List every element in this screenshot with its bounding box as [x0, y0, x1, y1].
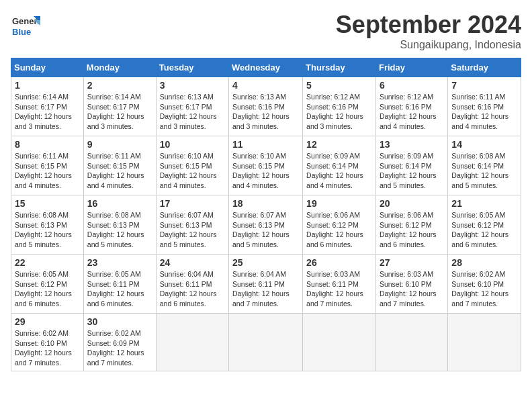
day-info: Sunrise: 6:12 AMSunset: 6:16 PMDaylight:… [380, 92, 444, 132]
calendar-cell: 14Sunrise: 6:08 AMSunset: 6:14 PMDayligh… [448, 136, 521, 195]
weekday-header-monday: Monday [83, 58, 156, 77]
day-number: 6 [380, 80, 444, 91]
calendar-cell: 9Sunrise: 6:11 AMSunset: 6:15 PMDaylight… [83, 136, 156, 195]
calendar-cell: 12Sunrise: 6:09 AMSunset: 6:14 PMDayligh… [303, 136, 376, 195]
day-info: Sunrise: 6:08 AMSunset: 6:14 PMDaylight:… [451, 151, 517, 191]
day-number: 1 [15, 80, 80, 91]
calendar-cell: 15Sunrise: 6:08 AMSunset: 6:13 PMDayligh… [11, 195, 84, 255]
calendar-cell: 5Sunrise: 6:12 AMSunset: 6:16 PMDaylight… [303, 77, 376, 136]
calendar-cell [448, 314, 521, 371]
calendar-cell: 3Sunrise: 6:13 AMSunset: 6:17 PMDaylight… [156, 77, 228, 136]
day-number: 18 [232, 198, 299, 209]
weekday-header-thursday: Thursday [303, 58, 376, 77]
day-number: 28 [451, 257, 517, 268]
day-info: Sunrise: 6:06 AMSunset: 6:12 PMDaylight:… [380, 210, 444, 250]
calendar-cell [156, 314, 228, 371]
day-number: 8 [15, 139, 80, 150]
calendar-cell [303, 314, 376, 371]
calendar-cell: 29Sunrise: 6:02 AMSunset: 6:10 PMDayligh… [11, 314, 84, 371]
day-number: 26 [306, 257, 372, 268]
calendar-cell: 19Sunrise: 6:06 AMSunset: 6:12 PMDayligh… [303, 195, 376, 255]
day-info: Sunrise: 6:13 AMSunset: 6:16 PMDaylight:… [232, 92, 299, 132]
page-header: General Blue September 2024 Sungaikupang… [11, 11, 521, 51]
svg-text:Blue: Blue [12, 27, 31, 37]
calendar-cell: 23Sunrise: 6:05 AMSunset: 6:11 PMDayligh… [83, 255, 156, 314]
calendar-week-row: 1Sunrise: 6:14 AMSunset: 6:17 PMDaylight… [11, 77, 521, 136]
day-info: Sunrise: 6:05 AMSunset: 6:12 PMDaylight:… [15, 269, 80, 309]
weekday-header-friday: Friday [375, 58, 447, 77]
day-number: 3 [160, 80, 225, 91]
day-number: 5 [306, 80, 372, 91]
day-number: 15 [15, 198, 80, 209]
day-number: 21 [451, 198, 517, 209]
day-number: 30 [87, 316, 152, 327]
calendar-cell: 18Sunrise: 6:07 AMSunset: 6:13 PMDayligh… [229, 195, 303, 255]
day-number: 24 [160, 257, 225, 268]
day-info: Sunrise: 6:02 AMSunset: 6:09 PMDaylight:… [87, 328, 152, 368]
day-number: 20 [380, 198, 444, 209]
day-number: 11 [232, 139, 299, 150]
day-info: Sunrise: 6:12 AMSunset: 6:16 PMDaylight:… [306, 92, 372, 132]
calendar-cell [375, 314, 447, 371]
day-number: 23 [87, 257, 152, 268]
calendar-cell: 2Sunrise: 6:14 AMSunset: 6:17 PMDaylight… [83, 77, 156, 136]
day-info: Sunrise: 6:03 AMSunset: 6:11 PMDaylight:… [306, 269, 372, 309]
calendar-cell: 26Sunrise: 6:03 AMSunset: 6:11 PMDayligh… [303, 255, 376, 314]
calendar-cell: 27Sunrise: 6:03 AMSunset: 6:10 PMDayligh… [375, 255, 447, 314]
day-number: 16 [87, 198, 152, 209]
day-number: 22 [15, 257, 80, 268]
calendar-cell: 1Sunrise: 6:14 AMSunset: 6:17 PMDaylight… [11, 77, 84, 136]
day-info: Sunrise: 6:11 AMSunset: 6:15 PMDaylight:… [15, 151, 80, 191]
calendar-cell: 20Sunrise: 6:06 AMSunset: 6:12 PMDayligh… [375, 195, 447, 255]
calendar-header-row: SundayMondayTuesdayWednesdayThursdayFrid… [11, 58, 521, 77]
day-info: Sunrise: 6:06 AMSunset: 6:12 PMDaylight:… [306, 210, 372, 250]
weekday-header-wednesday: Wednesday [229, 58, 303, 77]
day-info: Sunrise: 6:09 AMSunset: 6:14 PMDaylight:… [306, 151, 372, 191]
weekday-header-sunday: Sunday [11, 58, 84, 77]
calendar-cell: 6Sunrise: 6:12 AMSunset: 6:16 PMDaylight… [375, 77, 447, 136]
calendar-cell: 17Sunrise: 6:07 AMSunset: 6:13 PMDayligh… [156, 195, 228, 255]
day-info: Sunrise: 6:07 AMSunset: 6:13 PMDaylight:… [160, 210, 225, 250]
calendar-cell: 25Sunrise: 6:04 AMSunset: 6:11 PMDayligh… [229, 255, 303, 314]
day-info: Sunrise: 6:05 AMSunset: 6:11 PMDaylight:… [87, 269, 152, 309]
day-info: Sunrise: 6:08 AMSunset: 6:13 PMDaylight:… [15, 210, 80, 250]
day-info: Sunrise: 6:10 AMSunset: 6:15 PMDaylight:… [160, 151, 225, 191]
day-info: Sunrise: 6:04 AMSunset: 6:11 PMDaylight:… [232, 269, 299, 309]
calendar-cell: 10Sunrise: 6:10 AMSunset: 6:15 PMDayligh… [156, 136, 228, 195]
day-number: 19 [306, 198, 372, 209]
logo-icon: General Blue [11, 11, 40, 40]
month-title: September 2024 [336, 11, 521, 39]
weekday-header-saturday: Saturday [448, 58, 521, 77]
day-info: Sunrise: 6:08 AMSunset: 6:13 PMDaylight:… [87, 210, 152, 250]
day-number: 14 [451, 139, 517, 150]
weekday-header-tuesday: Tuesday [156, 58, 228, 77]
calendar-week-row: 22Sunrise: 6:05 AMSunset: 6:12 PMDayligh… [11, 255, 521, 314]
calendar-week-row: 29Sunrise: 6:02 AMSunset: 6:10 PMDayligh… [11, 314, 521, 371]
calendar-week-row: 15Sunrise: 6:08 AMSunset: 6:13 PMDayligh… [11, 195, 521, 255]
day-info: Sunrise: 6:02 AMSunset: 6:10 PMDaylight:… [15, 328, 80, 368]
day-info: Sunrise: 6:11 AMSunset: 6:15 PMDaylight:… [87, 151, 152, 191]
day-number: 10 [160, 139, 225, 150]
day-number: 7 [451, 80, 517, 91]
day-number: 12 [306, 139, 372, 150]
day-info: Sunrise: 6:02 AMSunset: 6:10 PMDaylight:… [451, 269, 517, 309]
day-number: 9 [87, 139, 152, 150]
day-info: Sunrise: 6:11 AMSunset: 6:16 PMDaylight:… [451, 92, 517, 132]
logo: General Blue [11, 11, 40, 40]
calendar-week-row: 8Sunrise: 6:11 AMSunset: 6:15 PMDaylight… [11, 136, 521, 195]
day-info: Sunrise: 6:13 AMSunset: 6:17 PMDaylight:… [160, 92, 225, 132]
calendar-cell: 24Sunrise: 6:04 AMSunset: 6:11 PMDayligh… [156, 255, 228, 314]
day-info: Sunrise: 6:05 AMSunset: 6:12 PMDaylight:… [451, 210, 517, 250]
day-info: Sunrise: 6:09 AMSunset: 6:14 PMDaylight:… [380, 151, 444, 191]
day-info: Sunrise: 6:07 AMSunset: 6:13 PMDaylight:… [232, 210, 299, 250]
title-area: September 2024 Sungaikupang, Indonesia [336, 11, 521, 51]
calendar-table: SundayMondayTuesdayWednesdayThursdayFrid… [11, 58, 521, 371]
calendar-cell [229, 314, 303, 371]
day-info: Sunrise: 6:10 AMSunset: 6:15 PMDaylight:… [232, 151, 299, 191]
day-number: 13 [380, 139, 444, 150]
calendar-cell: 8Sunrise: 6:11 AMSunset: 6:15 PMDaylight… [11, 136, 84, 195]
calendar-cell: 4Sunrise: 6:13 AMSunset: 6:16 PMDaylight… [229, 77, 303, 136]
calendar-cell: 13Sunrise: 6:09 AMSunset: 6:14 PMDayligh… [375, 136, 447, 195]
calendar-cell: 16Sunrise: 6:08 AMSunset: 6:13 PMDayligh… [83, 195, 156, 255]
day-info: Sunrise: 6:14 AMSunset: 6:17 PMDaylight:… [87, 92, 152, 132]
